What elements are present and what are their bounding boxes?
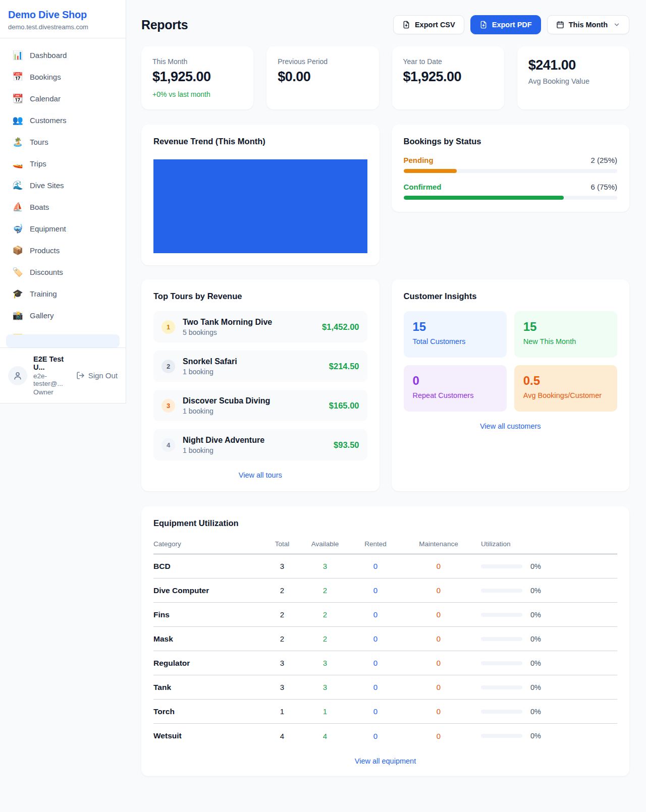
- insight-value: 0.5: [523, 374, 608, 388]
- sidebar-item[interactable]: 🏷️ Discounts: [6, 261, 120, 283]
- insight-label: Avg Bookings/Customer: [523, 391, 608, 399]
- col-header-available: Available: [302, 540, 348, 548]
- utilization-bar: [481, 661, 522, 665]
- cell-total: 3: [262, 562, 302, 570]
- stat-card-year-to-date: Year to Date $1,925.00: [392, 46, 504, 109]
- insight-tile: 0.5 Avg Bookings/Customer: [514, 365, 617, 412]
- status-list: Pending 2 (25%) Confirmed 6 (75%): [404, 156, 618, 200]
- insight-label: Total Customers: [413, 337, 498, 345]
- tour-list-item[interactable]: 2 Snorkel Safari 1 booking $214.50: [153, 351, 367, 382]
- view-all-tours-link[interactable]: View all tours: [153, 471, 367, 479]
- sidebar-item[interactable]: 💳 POS: [6, 326, 120, 334]
- page-title: Reports: [141, 18, 188, 32]
- cell-maintenance: 0: [403, 659, 474, 667]
- sidebar-item[interactable]: 🌊 Dive Sites: [6, 175, 120, 196]
- tour-list-item[interactable]: 3 Discover Scuba Diving 1 booking $165.0…: [153, 390, 367, 421]
- tour-bookings: 1 booking: [183, 368, 321, 376]
- utilization-bar: [481, 613, 522, 617]
- cell-maintenance: 0: [403, 586, 474, 595]
- nav-item-icon: 🎓: [12, 288, 23, 299]
- equipment-table-body: BCD 3 3 0 0 0% Dive Computer 2 2 0: [153, 554, 617, 748]
- utilization-percent: 0%: [530, 635, 541, 643]
- tour-list-item[interactable]: 4 Night Dive Adventure 1 booking $93.50: [153, 429, 367, 460]
- view-all-customers-link[interactable]: View all customers: [404, 422, 618, 430]
- sign-out-button[interactable]: Sign Out: [76, 371, 118, 380]
- stat-value: $0.00: [278, 69, 367, 85]
- nav-item-label: Discounts: [30, 268, 63, 276]
- table-row: Regulator 3 3 0 0 0%: [153, 651, 617, 675]
- cell-maintenance: 0: [403, 683, 474, 691]
- stat-label: Avg Booking Value: [528, 77, 618, 85]
- sidebar-item[interactable]: 🏝️ Tours: [6, 131, 120, 153]
- nav-item-icon: 🚤: [12, 158, 23, 169]
- insight-grid: 15 Total Customers 15 New This Month 0 R…: [404, 311, 618, 412]
- sidebar-item[interactable]: 🚤 Trips: [6, 153, 120, 175]
- person-icon: [13, 371, 23, 381]
- revenue-trend-chart: [153, 159, 367, 253]
- nav-item-label: Tours: [30, 138, 48, 146]
- utilization-bar: [481, 710, 522, 714]
- sidebar-item[interactable]: 📸 Gallery: [6, 305, 120, 326]
- utilization-percent: 0%: [530, 659, 541, 667]
- logout-icon: [76, 371, 85, 380]
- customer-insights-card: Customer Insights 15 Total Customers 15 …: [392, 279, 630, 491]
- cell-category: Fins: [153, 610, 262, 619]
- utilization-percent: 0%: [530, 611, 541, 619]
- rank-badge: 1: [162, 320, 175, 334]
- col-header-utilization: Utilization: [474, 540, 617, 548]
- sidebar-item-reports-active-partial[interactable]: [6, 334, 120, 347]
- sidebar-item[interactable]: 📅 Bookings: [6, 66, 120, 88]
- nav-item-icon: 🌊: [12, 180, 23, 191]
- cell-utilization: 0%: [474, 708, 617, 716]
- view-all-equipment-link[interactable]: View all equipment: [153, 757, 617, 765]
- cell-category: Mask: [153, 634, 262, 644]
- tour-bookings: 5 bookings: [183, 328, 314, 336]
- stat-value: $1,925.00: [403, 69, 493, 85]
- stat-card-previous-period: Previous Period $0.00: [266, 46, 379, 109]
- sidebar-item[interactable]: 🤿 Equipment: [6, 218, 120, 240]
- utilization-percent: 0%: [530, 708, 541, 716]
- cell-available: 2: [302, 586, 348, 595]
- sidebar-item[interactable]: 📦 Products: [6, 240, 120, 261]
- customer-insights-title: Customer Insights: [404, 292, 618, 301]
- tour-name: Two Tank Morning Dive: [183, 318, 314, 327]
- sidebar-item[interactable]: 👥 Customers: [6, 109, 120, 131]
- cell-available: 3: [302, 683, 348, 691]
- table-row: Dive Computer 2 2 0 0 0%: [153, 578, 617, 603]
- cell-total: 2: [262, 610, 302, 619]
- cell-utilization: 0%: [474, 635, 617, 643]
- sidebar-user-footer: E2E Test U... e2e-tester@... Owner Sign …: [0, 347, 126, 403]
- utilization-percent: 0%: [530, 587, 541, 595]
- insight-label: New This Month: [523, 337, 608, 345]
- brand-domain: demo.test.divestreams.com: [8, 23, 118, 31]
- cell-utilization: 0%: [474, 683, 617, 691]
- tour-name: Discover Scuba Diving: [183, 396, 321, 405]
- stat-label: This Month: [152, 57, 242, 66]
- export-pdf-button[interactable]: Export PDF: [470, 15, 541, 34]
- header-actions: Export CSV Export PDF This Month: [393, 15, 629, 34]
- file-download-icon: [402, 21, 410, 29]
- page-header: Reports Export CSV Export PDF This Month: [141, 15, 629, 34]
- bookings-by-status-title: Bookings by Status: [404, 137, 618, 146]
- cell-category: BCD: [153, 562, 262, 571]
- stat-card-this-month: This Month $1,925.00 +0% vs last month: [141, 46, 253, 109]
- sidebar-item[interactable]: 📊 Dashboard: [6, 44, 120, 66]
- sidebar-item[interactable]: 📆 Calendar: [6, 88, 120, 109]
- revenue-trend-card: Revenue Trend (This Month): [141, 125, 380, 265]
- cell-rented: 0: [348, 610, 403, 619]
- table-row: Mask 2 2 0 0 0%: [153, 627, 617, 651]
- sidebar-item[interactable]: ⛵ Boats: [6, 196, 120, 218]
- period-dropdown[interactable]: This Month: [547, 15, 629, 34]
- tour-list-item[interactable]: 1 Two Tank Morning Dive 5 bookings $1,45…: [153, 311, 367, 342]
- nav-item-label: Dashboard: [30, 51, 67, 60]
- table-row: Tank 3 3 0 0 0%: [153, 675, 617, 700]
- nav-item-label: Equipment: [30, 224, 66, 233]
- stat-label: Year to Date: [403, 57, 493, 66]
- lists-row: Top Tours by Revenue 1 Two Tank Morning …: [141, 279, 629, 491]
- col-header-category: Category: [153, 540, 262, 548]
- cell-maintenance: 0: [403, 732, 474, 740]
- status-count: 6 (75%): [590, 183, 617, 191]
- sidebar-item[interactable]: 🎓 Training: [6, 283, 120, 305]
- rank-badge: 2: [162, 360, 175, 373]
- export-csv-button[interactable]: Export CSV: [393, 15, 464, 34]
